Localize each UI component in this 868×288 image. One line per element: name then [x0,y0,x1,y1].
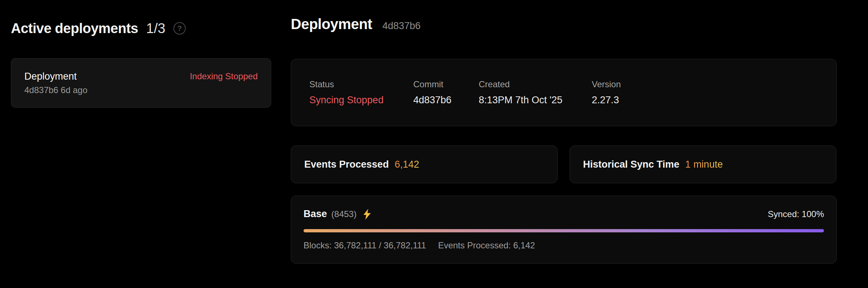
chain-sync-stats: Blocks: 36,782,111 / 36,782,111 Events P… [304,240,824,251]
lightning-bolt-icon [362,209,372,220]
chain-id: (8453) [331,209,357,219]
deployment-item-name: Deployment [24,71,77,82]
sync-progress-fill [304,229,824,232]
events-processed-label: Events Processed [304,159,389,170]
deployment-hash: 4d837b6 [382,20,421,32]
events-processed-card: Events Processed 6,142 [291,145,558,183]
chain-identity: Base (8453) [304,208,372,220]
page-title: Deployment [291,16,372,32]
version-label: Version [592,79,836,89]
chain-name: Base [304,208,327,220]
deployments-page: Active deployments 1/3 ? Deployment Inde… [0,0,868,288]
chain-events-stat: Events Processed: 6,142 [438,240,535,251]
created-value: 8:13PM 7th Oct '25 [479,95,592,106]
chain-sync-card: Base (8453) Synced: 100% [291,196,837,264]
deployment-detail-panel: Deployment 4d837b6 Status Syncing Stoppe… [291,0,837,288]
help-icon[interactable]: ? [173,22,186,35]
chain-sync-header: Base (8453) Synced: 100% [304,208,824,220]
version-value: 2.27.3 [592,95,836,106]
deployment-item-meta: 4d837b6 6d ago [24,85,258,95]
active-deployments-header: Active deployments 1/3 ? [11,18,291,39]
deployment-list-item[interactable]: Deployment Indexing Stopped 4d837b6 6d a… [11,58,271,108]
status-label: Status [309,79,413,89]
historical-sync-time-label: Historical Sync Time [583,159,679,170]
overview-card: Status Syncing Stopped Commit 4d837b6 Cr… [291,59,837,126]
deployment-list-item-row: Deployment Indexing Stopped [24,71,258,82]
deployments-count: 1/3 [146,21,165,36]
deployment-detail-header: Deployment 4d837b6 [291,16,837,39]
created-field: Created 8:13PM 7th Oct '25 [479,79,592,106]
events-processed-value: 6,142 [395,159,419,170]
version-field: Version 2.27.3 [592,79,836,106]
commit-value: 4d837b6 [413,95,479,106]
commit-label: Commit [413,79,479,89]
historical-sync-time-value: 1 minute [685,159,723,170]
synced-percentage: Synced: 100% [768,209,824,219]
active-deployments-title: Active deployments [11,21,138,36]
sync-progress-track [304,229,824,232]
created-label: Created [479,79,592,89]
blocks-stat: Blocks: 36,782,111 / 36,782,111 [304,240,426,251]
metrics-row: Events Processed 6,142 Historical Sync T… [291,145,837,183]
historical-sync-time-card: Historical Sync Time 1 minute [570,145,836,183]
status-value: Syncing Stopped [309,95,413,106]
active-deployments-panel: Active deployments 1/3 ? Deployment Inde… [0,0,291,288]
commit-field: Commit 4d837b6 [413,79,479,106]
deployment-item-status-badge: Indexing Stopped [190,71,258,81]
status-field: Status Syncing Stopped [309,79,413,106]
